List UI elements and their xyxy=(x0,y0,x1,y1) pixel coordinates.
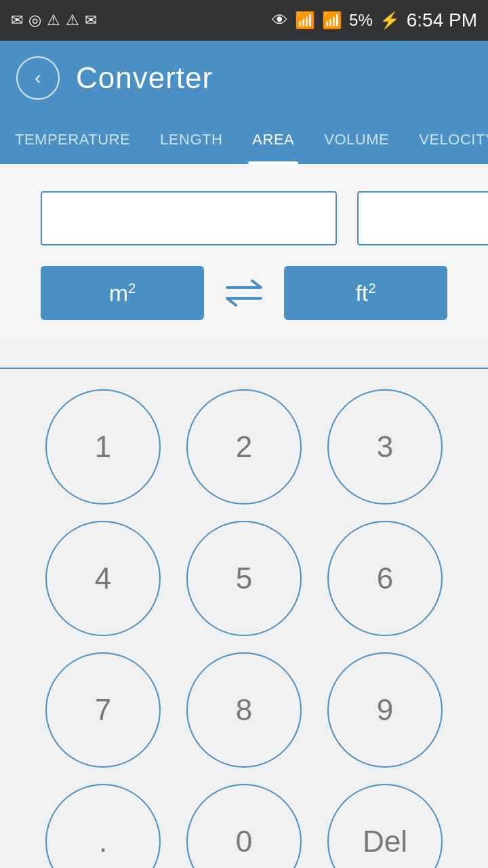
charging-icon: ⚡ xyxy=(380,11,400,30)
back-button[interactable]: ‹ xyxy=(16,56,60,100)
app-title: Converter xyxy=(76,61,213,95)
signal-icon: 📶 xyxy=(322,11,342,30)
key-8[interactable]: 8 xyxy=(186,652,302,768)
tab-volume[interactable]: VOLUME xyxy=(309,115,404,164)
swap-button[interactable] xyxy=(220,269,268,317)
status-bar: ✉ ◎ ⚠ ⚠ ✉ 👁 📶 📶 5% ⚡ 6:54 PM xyxy=(0,0,488,41)
input-row xyxy=(41,191,447,245)
unit-from-label: m2 xyxy=(109,280,136,307)
unit-from-button[interactable]: m2 xyxy=(41,266,204,320)
tab-temperature[interactable]: TEMPERATURE xyxy=(0,115,145,164)
status-icons-left: ✉ ◎ ⚠ ⚠ ✉ xyxy=(11,12,97,29)
status-time: 6:54 PM xyxy=(407,9,477,31)
tab-bar: TEMPERATURE LENGTH AREA VOLUME VELOCITY xyxy=(0,115,488,164)
key-2[interactable]: 2 xyxy=(186,389,302,505)
warning-icon-2: ⚠ xyxy=(66,12,79,29)
key-del[interactable]: Del xyxy=(327,784,443,868)
eye-icon: 👁 xyxy=(272,11,288,30)
key-dot[interactable]: . xyxy=(45,784,161,868)
key-0[interactable]: 0 xyxy=(186,784,302,868)
unit-to-button[interactable]: ft2 xyxy=(284,266,447,320)
unit-row: m2 ft2 xyxy=(41,266,447,320)
email2-icon: ✉ xyxy=(85,12,97,29)
app-bar: ‹ Converter xyxy=(0,41,488,115)
input-from[interactable] xyxy=(41,191,337,245)
key-1[interactable]: 1 xyxy=(45,389,161,505)
warning-icon-1: ⚠ xyxy=(47,12,60,29)
unit-to-label: ft2 xyxy=(355,280,375,307)
key-5[interactable]: 5 xyxy=(186,521,302,636)
tab-length[interactable]: LENGTH xyxy=(145,115,237,164)
converter-section: m2 ft2 xyxy=(0,164,488,340)
tab-velocity[interactable]: VELOCITY xyxy=(404,115,488,164)
wifi-icon: 📶 xyxy=(295,11,315,30)
key-9[interactable]: 9 xyxy=(327,652,443,768)
back-icon: ‹ xyxy=(35,67,41,89)
numpad: 1 2 3 4 5 6 7 8 9 . 0 Del xyxy=(0,369,488,868)
input-to[interactable] xyxy=(357,191,488,245)
key-7[interactable]: 7 xyxy=(45,652,161,768)
battery-label: 5% xyxy=(349,11,373,30)
location-icon: ◎ xyxy=(28,12,41,29)
key-4[interactable]: 4 xyxy=(45,521,161,636)
email-icon: ✉ xyxy=(11,12,23,29)
tab-area[interactable]: AREA xyxy=(237,115,309,164)
key-6[interactable]: 6 xyxy=(327,521,443,636)
status-icons-right: 👁 📶 📶 5% ⚡ 6:54 PM xyxy=(272,9,477,31)
key-3[interactable]: 3 xyxy=(327,389,443,505)
